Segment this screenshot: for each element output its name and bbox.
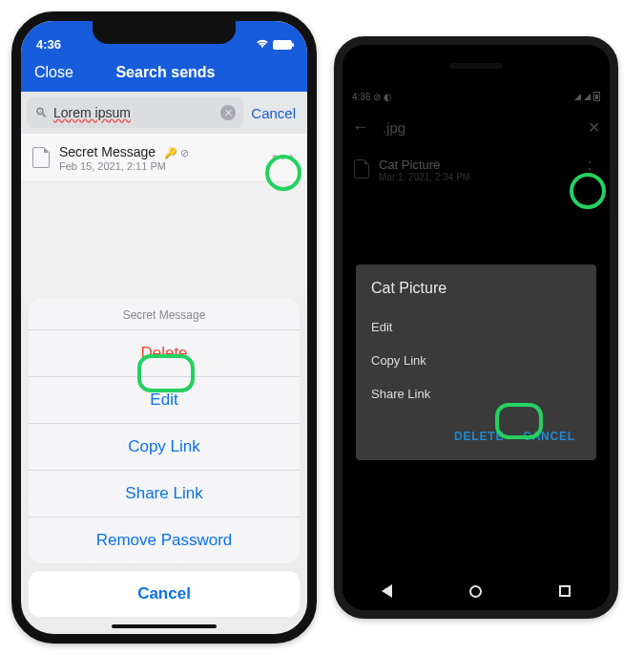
delete-button[interactable]: DELETE — [448, 422, 509, 451]
search-value: Lorem ipsum — [53, 105, 215, 120]
edit-option[interactable]: Edit — [371, 310, 581, 344]
iphone-mockup: 4:36 Close Search sends 🔍︎ Lorem ipsum ✕… — [11, 11, 317, 644]
list-item[interactable]: Secret Message 🔑 ⊘ Feb 15, 2021, 2:11 PM… — [21, 134, 307, 182]
android-nav-bar — [343, 572, 610, 610]
item-name: Secret Message — [59, 144, 156, 159]
home-nav-icon[interactable] — [469, 585, 482, 598]
share-link-button[interactable]: Share Link — [29, 470, 300, 517]
search-row: 🔍︎ Lorem ipsum ✕ Cancel — [21, 92, 307, 134]
action-sheet: Secret Message Delete Edit Copy Link Sha… — [29, 299, 300, 617]
close-button[interactable]: Close — [34, 64, 73, 81]
edit-button[interactable]: Edit — [29, 376, 300, 423]
options-dialog: Cat Picture Edit Copy Link Share Link DE… — [356, 264, 596, 460]
copy-link-option[interactable]: Copy Link — [371, 344, 581, 377]
battery-icon — [273, 40, 292, 50]
home-indicator[interactable] — [112, 624, 217, 628]
cancel-button[interactable]: Cancel — [29, 571, 300, 617]
cancel-search-button[interactable]: Cancel — [251, 105, 301, 121]
ios-nav-bar: Close Search sends — [21, 53, 307, 92]
page-title: Search sends — [115, 64, 215, 81]
sheet-title: Secret Message — [29, 299, 300, 329]
copy-link-button[interactable]: Copy Link — [29, 423, 300, 470]
more-options-icon[interactable]: ••• — [272, 148, 296, 168]
item-subtitle: Feb 15, 2021, 2:11 PM — [59, 160, 189, 172]
search-input[interactable]: 🔍︎ Lorem ipsum ✕ — [27, 97, 243, 128]
share-link-option[interactable]: Share Link — [371, 377, 581, 411]
cancel-button[interactable]: CANCEL — [517, 422, 581, 451]
ios-status-time: 4:36 — [36, 37, 61, 52]
search-icon: 🔍︎ — [34, 105, 48, 120]
item-badges: 🔑 ⊘ — [164, 147, 189, 158]
clear-search-icon[interactable]: ✕ — [220, 105, 236, 120]
remove-password-button[interactable]: Remove Password — [29, 517, 300, 563]
dialog-title: Cat Picture — [371, 280, 581, 297]
delete-button[interactable]: Delete — [29, 329, 300, 376]
recents-nav-icon[interactable] — [559, 585, 571, 597]
android-mockup: 4:36 ⊘ ◐ ← .jpg ✕ Cat Picture Mar 1, 202… — [334, 36, 618, 619]
back-nav-icon[interactable] — [382, 584, 392, 598]
document-icon — [32, 147, 50, 168]
iphone-notch — [93, 21, 236, 44]
wifi-icon — [256, 37, 269, 52]
results-list: Secret Message 🔑 ⊘ Feb 15, 2021, 2:11 PM… — [21, 134, 307, 182]
